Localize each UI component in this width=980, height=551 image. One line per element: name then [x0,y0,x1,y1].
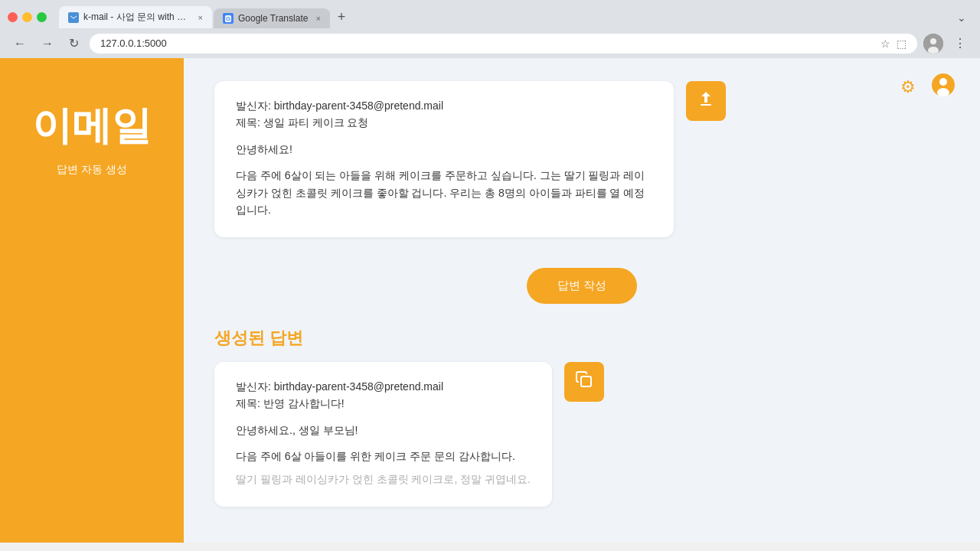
generated-email-body: 안녕하세요., 생일 부모님! 다음 주에 6살 아들이를 위한 케이크 주문 … [236,422,531,488]
maximize-button[interactable] [37,12,47,22]
sender-label: 발신자: [236,99,271,112]
original-greeting: 안녕하세요! [236,141,652,158]
subject-value: 생일 파티 케이크 요청 [263,116,369,129]
reply-subject-value: 반영 감사합니다! [263,397,345,409]
tab-translate-close[interactable]: × [315,14,320,23]
browser-titlebar: k-mail - 사업 문의 with Google... × G Google… [0,0,980,28]
reply-sender-line: 발신자: birthday-parent-3458@pretend.mail [236,380,531,394]
svg-rect-8 [581,377,591,386]
sidebar: 이메일 답변 자동 생성 [0,58,184,543]
settings-button[interactable]: ⚙ [894,73,922,101]
reply-line2-truncated: 딸기 필링과 레이싱카가 얹힌 초콜릿 케이크로, 정말 귀엽네요. [236,471,531,487]
svg-point-2 [930,38,936,44]
tab-mail-close[interactable]: × [198,13,203,22]
tab-translate-label: Google Translate [238,13,308,24]
tab-mail-label: k-mail - 사업 문의 with Google... [83,11,191,24]
copy-icon [575,370,593,393]
reply-sender-value: birthday-parent-3458@pretend.mail [274,380,443,393]
tab-mail-favicon [68,12,79,23]
profile-button[interactable] [929,73,957,101]
original-subject-line: 제목: 생일 파티 케이크 요청 [236,116,652,130]
reply-subject-line: 제목: 반영 감사합니다! [236,397,531,411]
reply-sender-label: 발신자: [236,380,271,393]
reload-button[interactable]: ↻ [64,33,83,54]
back-button[interactable]: ← [9,34,31,54]
tab-translate-favicon: G [223,13,234,24]
browser-toolbar: ← → ↻ 127.0.0.1:5000 ☆ ⬚ ⋮ [0,28,980,58]
top-icons: ⚙ [894,73,957,101]
original-email-body: 안녕하세요! 다음 주에 6살이 되는 아들을 위해 케이크를 주문하고 싶습니… [236,141,652,219]
tabs-bar: k-mail - 사업 문의 with Google... × G Google… [59,6,351,28]
minimize-button[interactable] [22,12,32,22]
gear-icon: ⚙ [900,77,916,97]
new-tab-button[interactable]: + [332,6,352,28]
reply-btn-container: 답변 작성 [214,268,949,304]
forward-button[interactable]: → [37,34,58,54]
bookmark-icon[interactable]: ☆ [880,37,890,50]
sidebar-subtitle: 답변 자동 생성 [57,163,127,177]
svg-point-5 [939,78,947,86]
upload-icon [697,90,715,112]
svg-rect-0 [70,14,77,21]
original-email-card: 발신자: birthday-parent-3458@pretend.mail 제… [214,81,674,237]
window-controls [8,12,47,22]
address-icons: ☆ ⬚ [880,37,906,50]
reply-line1: 다음 주에 6살 아들이를 위한 케이크 주문 문의 감사합니다. [236,448,531,465]
copy-button[interactable] [564,362,604,402]
svg-rect-7 [701,104,711,106]
original-sender-line: 발신자: birthday-parent-3458@pretend.mail [236,99,652,113]
user-avatar[interactable] [923,34,943,54]
original-body-text: 다음 주에 6살이 되는 아들을 위해 케이크를 주문하고 싶습니다. 그는 딸… [236,167,652,218]
upload-button[interactable] [686,81,726,121]
browser-menu-button[interactable]: ⋮ [949,33,971,54]
sidebar-title: 이메일 [32,104,152,148]
address-bar[interactable]: 127.0.0.1:5000 ☆ ⬚ [90,34,917,54]
generated-email-row: 발신자: birthday-parent-3458@pretend.mail 제… [214,362,949,522]
expand-tabs-button[interactable]: ⌄ [951,8,972,27]
tab-translate[interactable]: G Google Translate × [214,8,330,28]
address-text: 127.0.0.1:5000 [100,37,874,49]
sender-value: birthday-parent-3458@pretend.mail [274,99,443,112]
extensions-icon[interactable]: ⬚ [897,37,906,50]
reply-button[interactable]: 답변 작성 [527,268,637,304]
subject-label: 제목: [236,116,260,129]
reply-subject-label: 제목: [236,397,260,409]
user-icon [932,73,955,101]
generated-section-title: 생성된 답변 [214,327,949,350]
reply-greeting: 안녕하세요., 생일 부모님! [236,422,531,439]
generated-email-card: 발신자: birthday-parent-3458@pretend.mail 제… [214,362,552,507]
app-container: 이메일 답변 자동 생성 ⚙ 발신자: [0,58,980,543]
close-button[interactable] [8,12,18,22]
original-email-row: 발신자: birthday-parent-3458@pretend.mail 제… [214,81,949,253]
main-content: ⚙ 발신자: birthday-parent-3458@pretend.mail [184,58,980,543]
browser-chrome: k-mail - 사업 문의 with Google... × G Google… [0,0,980,58]
tab-mail[interactable]: k-mail - 사업 문의 with Google... × [59,6,212,28]
